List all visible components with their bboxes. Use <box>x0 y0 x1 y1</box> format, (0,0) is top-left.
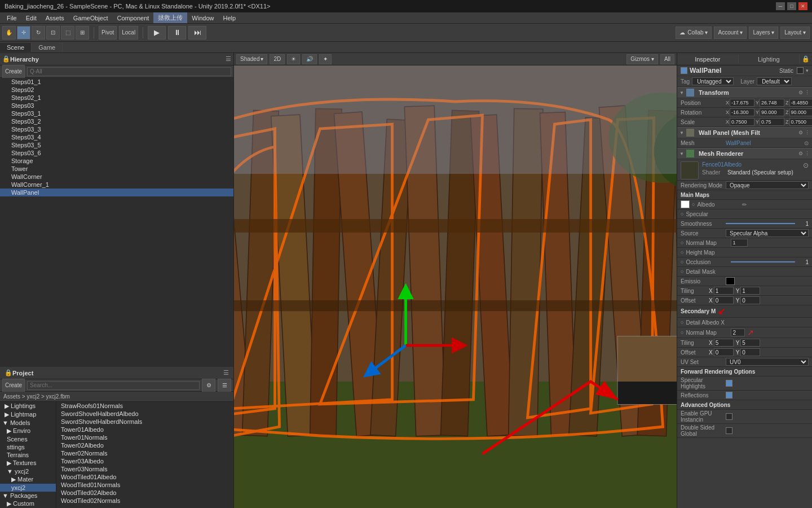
occlusion-slider[interactable]: 1 <box>731 259 809 265</box>
close-button[interactable]: ✕ <box>798 2 807 10</box>
audio-toggle[interactable]: 🔊 <box>302 54 317 64</box>
gpu-instancing-checkbox[interactable] <box>726 413 732 420</box>
gameobject-active-checkbox[interactable] <box>681 67 687 74</box>
scale-y-input[interactable] <box>760 118 784 126</box>
static-checkbox[interactable] <box>797 67 804 74</box>
titlebar-controls[interactable]: ─ □ ✕ <box>776 2 807 10</box>
hier-item-steps01[interactable]: Steps01_1 <box>0 78 233 86</box>
project-search-input[interactable] <box>27 381 200 390</box>
rendering-mode-select[interactable]: Opaque <box>726 181 809 189</box>
hier-item-steps02[interactable]: Steps02 <box>0 86 233 94</box>
mesh-target-icon[interactable]: ⊙ <box>804 140 809 146</box>
specular-highlights-checkbox[interactable] <box>726 380 732 387</box>
offset-x-input[interactable] <box>714 296 734 304</box>
tree-packages[interactable]: ▼ Packages <box>0 492 56 500</box>
file-woodtiled01normals[interactable]: WoodTiled01Normals <box>56 481 233 489</box>
account-dropdown[interactable]: Account ▾ <box>714 27 747 39</box>
project-create-button[interactable]: Create <box>2 379 25 392</box>
file-woodtiled01albedo[interactable]: WoodTiled01Albedo <box>56 473 233 481</box>
rotation-x-input[interactable] <box>730 108 754 116</box>
menu-window[interactable]: Window <box>187 14 218 23</box>
static-dropdown-icon[interactable]: ▾ <box>806 68 809 73</box>
sec-offset-x-input[interactable] <box>714 348 734 356</box>
emission-swatch[interactable] <box>726 277 735 285</box>
file-strawroofs[interactable]: StrawRoofs01Normals <box>56 402 233 410</box>
offset-y-input[interactable] <box>740 296 760 304</box>
tree-scenes[interactable]: Scenes <box>0 435 56 443</box>
tree-sttings[interactable]: sttings <box>0 443 56 451</box>
sec-normal-value-input[interactable] <box>731 329 745 336</box>
hier-item-steps03-4[interactable]: Steps03_4 <box>0 133 233 141</box>
file-woodtiled02albedo[interactable]: WoodTiled02Albedo <box>56 489 233 497</box>
file-swordnormals[interactable]: SwordShovelHalberdNormals <box>56 418 233 426</box>
menu-help[interactable]: Help <box>218 14 240 23</box>
tiling-y-input[interactable] <box>740 287 760 295</box>
local-button[interactable]: Local <box>119 26 138 40</box>
hier-item-steps03[interactable]: Steps03 <box>0 102 233 110</box>
scale-z-input[interactable] <box>789 118 812 126</box>
hier-item-steps02-1[interactable]: Steps02_1 <box>0 94 233 102</box>
rotate-tool[interactable]: ↻ <box>32 26 45 40</box>
tree-mater[interactable]: ▶ Mater <box>0 475 56 484</box>
file-tower01normals[interactable]: Tower01Normals <box>56 433 233 441</box>
multi-tool[interactable]: ⊞ <box>76 26 89 40</box>
collab-dropdown[interactable]: ☁ Collab ▾ <box>676 27 712 39</box>
hierarchy-create-button[interactable]: Create <box>2 65 25 78</box>
menu-assets[interactable]: Assets <box>41 14 69 23</box>
pivot-button[interactable]: Pivot <box>99 26 117 40</box>
hierarchy-search-input[interactable] <box>27 67 231 76</box>
gizmos-button[interactable]: Gizmos ▾ <box>626 54 658 64</box>
mesh-renderer-menu[interactable]: ⚙ ⋮ <box>798 151 810 156</box>
position-y-input[interactable] <box>760 99 784 107</box>
hier-item-wallcorner[interactable]: WallCorner <box>0 173 233 181</box>
menu-upload[interactable]: 拯救上传 <box>153 12 187 23</box>
file-tower02normals[interactable]: Tower02Normals <box>56 449 233 457</box>
inspector-tab[interactable]: Inspector <box>677 55 739 64</box>
hier-item-steps03-5[interactable]: Steps03_5 <box>0 141 233 149</box>
scene-canvas[interactable] <box>234 65 677 508</box>
2d-button[interactable]: 2D <box>270 54 285 64</box>
hier-item-steps03-6[interactable]: Steps03_6 <box>0 149 233 157</box>
shading-button[interactable]: Shaded ▾ <box>236 54 267 64</box>
project-view-btn[interactable]: ☰ <box>218 379 231 392</box>
tree-enviro[interactable]: ▶ Enviro <box>0 427 56 435</box>
transform-header[interactable]: ▼ Transform ⚙ ⋮ <box>677 87 812 98</box>
rotation-y-input[interactable] <box>760 108 784 116</box>
scale-x-input[interactable] <box>730 118 754 126</box>
tree-lightmap[interactable]: ▶ Lightmap <box>0 410 56 419</box>
mesh-filter-header[interactable]: ▼ Wall Panel (Mesh Filt ⚙ ⋮ <box>677 127 812 138</box>
mesh-filter-menu[interactable]: ⚙ ⋮ <box>798 130 810 135</box>
material-name[interactable]: Fence01Albedo <box>702 161 803 168</box>
rect-tool[interactable]: ⬚ <box>61 26 74 40</box>
reflections-checkbox[interactable] <box>726 392 732 398</box>
game-tab[interactable]: Game <box>32 43 63 52</box>
tree-yxcj2-sub[interactable]: yxcj2 <box>0 484 56 492</box>
albedo-edit-icon[interactable]: ✏ <box>742 202 747 208</box>
file-tower03normals[interactable]: Tower03Normals <box>56 465 233 473</box>
tree-terrains[interactable]: Terrains <box>0 451 56 459</box>
hier-item-wallpanel[interactable]: WallPanel <box>0 189 233 196</box>
tiling-x-input[interactable] <box>714 287 734 295</box>
layer-select[interactable]: Default <box>757 77 792 85</box>
hand-tool[interactable]: ✋ <box>2 26 16 40</box>
menu-edit[interactable]: Edit <box>21 14 41 23</box>
all-button[interactable]: All <box>660 54 674 64</box>
menu-file[interactable]: File <box>2 14 21 23</box>
position-z-input[interactable] <box>789 99 812 107</box>
tree-textures[interactable]: ▶ Textures <box>0 459 56 467</box>
mesh-renderer-header[interactable]: ▼ Mesh Renderer ⚙ ⋮ <box>677 148 812 159</box>
file-tower02albedo[interactable]: Tower02Albedo <box>56 441 233 449</box>
tree-lightings[interactable]: ▶ Lightings <box>0 402 56 410</box>
normal-map-value[interactable] <box>731 239 748 247</box>
tree-yxcj2[interactable]: ▼ yxcj2 <box>0 467 56 475</box>
lighting-tab[interactable]: Lighting <box>739 55 800 64</box>
file-woodtiled02normals[interactable]: WoodTiled02Normals <box>56 497 233 505</box>
source-select[interactable]: Specular Alpha <box>726 229 809 237</box>
hier-item-steps03-3[interactable]: Steps03_3 <box>0 125 233 133</box>
layers-dropdown[interactable]: Layers ▾ <box>749 27 778 39</box>
hier-item-steps03-1[interactable]: Steps03_1 <box>0 110 233 117</box>
menu-gameobject[interactable]: GameObject <box>69 14 113 23</box>
hier-item-storage[interactable]: Storage <box>0 157 233 165</box>
sec-tiling-x-input[interactable] <box>714 339 734 347</box>
hier-item-tower[interactable]: Tower <box>0 165 233 173</box>
